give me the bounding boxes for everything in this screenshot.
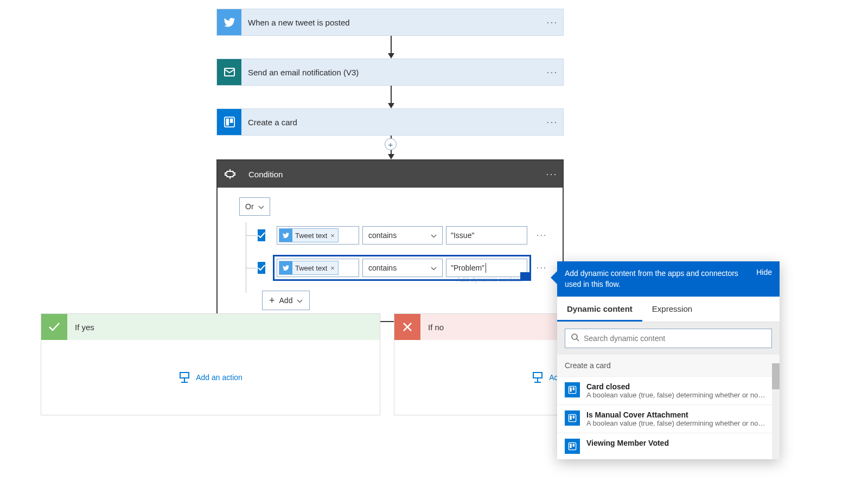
token-remove-button[interactable]: × (330, 264, 335, 272)
popover-arrow (551, 271, 557, 284)
trello-icon (565, 382, 580, 397)
branch-header[interactable]: If yes (41, 314, 380, 340)
step-title: Send an email notification (V3) (241, 68, 541, 77)
condition-card: Condition ··· Or (216, 159, 564, 322)
tab-expression[interactable]: Expression (642, 297, 702, 322)
condition-icon (218, 161, 242, 187)
lhs-field[interactable]: Tweet text × (277, 226, 359, 245)
operator-label: contains (368, 264, 397, 272)
dc-item-desc: A boolean value (true, false) determinin… (586, 419, 765, 427)
operator-select[interactable]: contains (362, 226, 443, 245)
branch-title: If no (420, 323, 444, 332)
arrow-down-icon (387, 36, 395, 61)
dc-item-title: Card closed (586, 382, 765, 391)
plus-icon: + (269, 295, 275, 306)
operator-select[interactable]: contains (362, 259, 443, 277)
chevron-down-icon (431, 231, 437, 240)
condition-row: Tweet text × contains ··· (246, 222, 544, 248)
dc-item[interactable]: Card closed A boolean value (true, false… (557, 376, 780, 404)
value-input[interactable] (446, 226, 527, 245)
dc-item[interactable]: Is Manual Cover Attachment A boolean val… (557, 404, 780, 433)
arrow-down-icon (387, 86, 395, 111)
dc-item-title: Viewing Member Voted (586, 439, 669, 447)
svg-rect-20 (573, 387, 575, 390)
value-text: "Problem" (451, 264, 484, 272)
group-operator-select[interactable]: Or (239, 197, 270, 216)
step-title: When a new tweet is posted (241, 18, 541, 27)
check-icon (41, 314, 67, 340)
tab-dynamic-content[interactable]: Dynamic content (557, 297, 642, 322)
value-input[interactable]: "Problem" (446, 259, 527, 277)
step-menu-button[interactable]: ··· (541, 117, 563, 128)
svg-marker-1 (388, 53, 394, 59)
add-action-icon (532, 371, 544, 383)
svg-rect-22 (570, 415, 571, 420)
trello-icon (565, 439, 580, 454)
token-remove-button[interactable]: × (330, 232, 335, 240)
token-label: Tweet text (295, 264, 327, 272)
twitter-icon (279, 261, 292, 274)
chevron-down-icon (431, 264, 437, 272)
trigger-step[interactable]: When a new tweet is posted ··· (216, 9, 564, 36)
dynamic-content-panel: Add dynamic content from the apps and co… (557, 261, 780, 459)
group-heading: Create a card (557, 355, 780, 376)
token-label: Tweet text (295, 232, 327, 240)
trello-icon (217, 109, 241, 135)
step-menu-button[interactable]: ··· (541, 17, 563, 28)
action-step-trello[interactable]: Create a card ··· (216, 108, 564, 136)
step-title: Create a card (241, 118, 541, 127)
search-icon (571, 333, 579, 344)
insert-step-button[interactable]: + (385, 138, 397, 150)
svg-marker-4 (388, 103, 394, 108)
add-dynamic-content-link[interactable]: Add dynamic content (456, 275, 522, 284)
step-menu-button[interactable]: ··· (541, 67, 563, 78)
trello-icon (565, 410, 580, 426)
row-menu-button[interactable]: ··· (537, 263, 547, 273)
branch-title: If yes (67, 323, 94, 332)
lhs-field[interactable]: Tweet text × (277, 259, 359, 277)
hide-panel-button[interactable]: Hide (751, 268, 772, 277)
svg-line-17 (577, 339, 579, 341)
svg-marker-9 (388, 154, 394, 159)
condition-menu-button[interactable]: ··· (541, 169, 563, 180)
search-input[interactable] (584, 334, 766, 343)
svg-rect-13 (533, 373, 542, 378)
add-row-button[interactable]: + Add (262, 291, 310, 310)
condition-header[interactable]: Condition ··· (218, 160, 563, 188)
svg-rect-6 (226, 119, 229, 126)
add-action-icon (178, 371, 190, 383)
panel-description: Add dynamic content from the apps and co… (565, 268, 751, 290)
chevron-down-icon (258, 202, 264, 211)
token-tweet-text[interactable]: Tweet text × (279, 228, 339, 242)
token-tweet-text[interactable]: Tweet text × (279, 261, 339, 275)
svg-rect-7 (229, 119, 233, 123)
row-checkbox[interactable] (258, 262, 265, 274)
operator-label: contains (368, 231, 397, 240)
chevron-down-icon (297, 296, 303, 305)
search-input-wrap (565, 329, 772, 348)
mail-icon (217, 59, 241, 85)
group-operator-label: Or (245, 202, 254, 211)
close-icon (394, 314, 420, 340)
add-label: Add (279, 296, 293, 305)
dc-item[interactable]: Viewing Member Voted (557, 433, 780, 459)
row-checkbox[interactable] (258, 229, 265, 241)
svg-rect-23 (573, 415, 575, 418)
svg-point-16 (572, 334, 577, 339)
scrollbar-thumb[interactable] (772, 363, 780, 389)
svg-rect-26 (573, 444, 575, 446)
twitter-icon (279, 229, 292, 242)
dc-item-title: Is Manual Cover Attachment (586, 410, 765, 419)
svg-rect-10 (180, 373, 189, 378)
add-action-button[interactable]: Add an action (178, 371, 242, 383)
action-step-email[interactable]: Send an email notification (V3) ··· (216, 59, 564, 86)
svg-rect-19 (570, 387, 571, 391)
text-cursor (486, 263, 486, 273)
condition-title: Condition (242, 170, 541, 179)
twitter-icon (217, 9, 241, 35)
add-action-label: Add an action (196, 373, 242, 382)
row-menu-button[interactable]: ··· (537, 230, 547, 240)
svg-rect-25 (570, 444, 571, 448)
branch-yes: If yes Add an action (41, 313, 380, 415)
dc-item-desc: A boolean value (true, false) determinin… (586, 391, 765, 399)
